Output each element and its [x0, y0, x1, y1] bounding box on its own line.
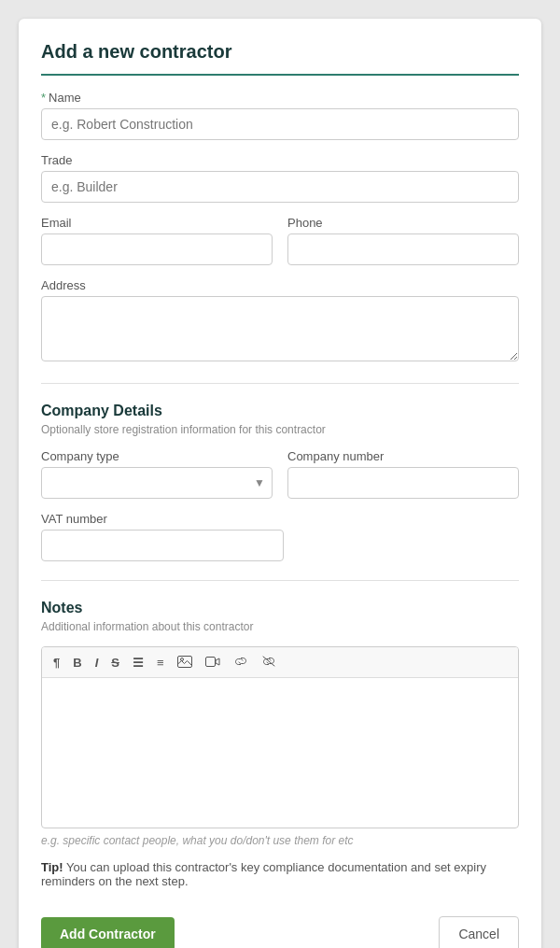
email-label: Email	[41, 216, 273, 230]
add-contractor-button[interactable]: Add Contractor	[41, 917, 175, 948]
notes-section-title: Notes	[41, 600, 519, 616]
notes-divider	[41, 580, 519, 581]
tip-text: Tip! You can upload this contractor's ke…	[41, 860, 519, 888]
notes-section-subtitle: Additional information about this contra…	[41, 620, 519, 633]
toolbar-strikethrough-btn[interactable]: S	[107, 655, 123, 671]
vat-number-label: VAT number	[41, 512, 284, 526]
rich-toolbar: ¶ B I S ☰ ≡	[42, 647, 518, 678]
toolbar-link-btn[interactable]	[230, 653, 252, 672]
company-type-label: Company type	[41, 449, 273, 463]
toolbar-bullet-list-btn[interactable]: ☰	[129, 655, 147, 671]
company-type-group: Company type Ltd Sole Trader Partnership…	[41, 449, 273, 499]
notes-hint: e.g. specific contact people, what you d…	[41, 834, 519, 847]
company-type-number-row: Company type Ltd Sole Trader Partnership…	[41, 449, 519, 512]
toolbar-image-btn[interactable]	[174, 654, 196, 672]
toolbar-video-btn[interactable]	[202, 654, 224, 672]
toolbar-bold-btn[interactable]: B	[69, 655, 85, 671]
add-contractor-card: Add a new contractor *Name Trade Email P…	[19, 19, 541, 948]
company-type-select[interactable]: Ltd Sole Trader Partnership	[41, 467, 273, 499]
email-group: Email	[41, 216, 273, 265]
company-type-select-wrapper: Ltd Sole Trader Partnership ▼	[41, 467, 273, 499]
email-input[interactable]	[41, 233, 273, 265]
company-number-label: Company number	[287, 449, 519, 463]
svg-rect-2	[205, 657, 215, 666]
notes-editor: ¶ B I S ☰ ≡	[41, 646, 519, 828]
svg-point-1	[180, 658, 183, 660]
notes-content[interactable]	[42, 678, 518, 828]
phone-group: Phone	[287, 216, 519, 265]
name-group: *Name	[41, 91, 519, 140]
cancel-button[interactable]: Cancel	[439, 916, 519, 948]
company-section-title: Company Details	[41, 403, 519, 419]
vat-number-input[interactable]	[41, 530, 284, 561]
toolbar-paragraph-btn[interactable]: ¶	[49, 655, 63, 671]
name-required: *	[41, 91, 46, 105]
trade-input[interactable]	[41, 171, 519, 203]
toolbar-unlink-btn[interactable]	[258, 653, 280, 672]
address-input[interactable]	[41, 296, 519, 361]
email-phone-row: Email Phone	[41, 216, 519, 278]
toolbar-italic-btn[interactable]: I	[91, 655, 103, 671]
page-title: Add a new contractor	[41, 41, 519, 76]
toolbar-ordered-list-btn[interactable]: ≡	[153, 655, 168, 671]
tip-label: Tip!	[41, 860, 63, 874]
address-group: Address	[41, 278, 519, 364]
form-actions: Add Contractor Cancel	[41, 907, 519, 948]
address-label: Address	[41, 278, 519, 292]
company-section-subtitle: Optionally store registration informatio…	[41, 423, 519, 436]
phone-input[interactable]	[287, 233, 519, 265]
section-divider	[41, 383, 519, 384]
name-input[interactable]	[41, 108, 519, 140]
tip-body: You can upload this contractor's key com…	[41, 860, 486, 888]
trade-group: Trade	[41, 153, 519, 203]
name-label: *Name	[41, 91, 519, 105]
phone-label: Phone	[287, 216, 519, 230]
company-number-input[interactable]	[287, 467, 519, 499]
company-number-group: Company number	[287, 449, 519, 499]
company-section: Company Details Optionally store registr…	[41, 403, 519, 561]
vat-number-group: VAT number	[41, 512, 284, 561]
trade-label: Trade	[41, 153, 519, 167]
notes-section: Notes Additional information about this …	[41, 600, 519, 847]
